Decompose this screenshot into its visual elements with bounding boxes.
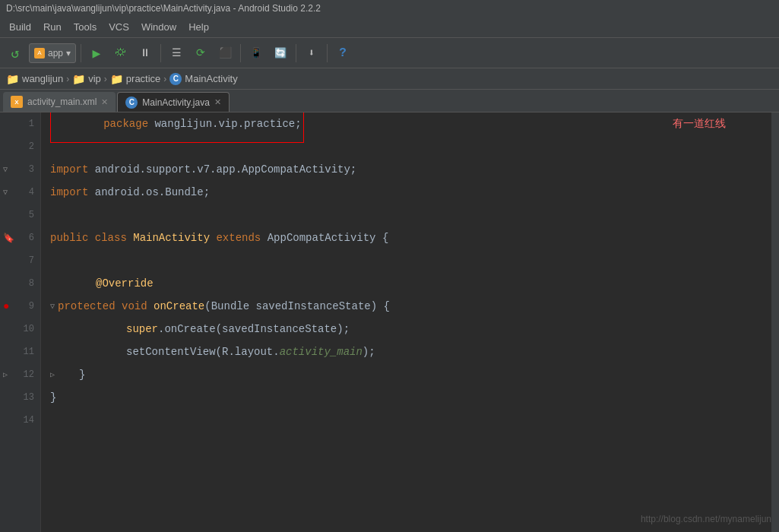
stop-button[interactable]: ⬛ [214, 43, 236, 64]
vertical-scrollbar[interactable] [771, 112, 779, 532]
gutter-line-1: 1 [0, 112, 40, 135]
menu-run[interactable]: Run [37, 20, 68, 34]
line-number-gutter: 1 2 ▽ 3 ▽ 4 5 🔖 6 7 8 [0, 112, 41, 532]
super-oncreate: .onCreate(savedInstanceState); [158, 323, 350, 335]
tab-mainactivity-close[interactable]: ✕ [214, 97, 221, 107]
line-number-5: 5 [29, 210, 34, 220]
line-number-7: 7 [29, 255, 34, 266]
toolbar-separator-5 [327, 44, 328, 62]
line-number-1: 1 [29, 119, 34, 129]
code-line-4: import android.os.Bundle; [50, 181, 771, 204]
closing-brace-12: } [79, 369, 85, 381]
gutter-line-8: 8 [0, 272, 40, 295]
code-line-13: } [50, 386, 771, 409]
menu-bar: Build Run Tools VCS Window Help [0, 17, 779, 38]
download-button[interactable]: ⬇ [301, 43, 322, 64]
setcontentview-call: setContentView(R.layout. [126, 346, 280, 358]
tab-activity-main-xml[interactable]: X activity_main.xml ✕ [3, 92, 116, 112]
tab-activity-main-close[interactable]: ✕ [101, 97, 108, 107]
gutter-line-6: 🔖 6 [0, 226, 40, 249]
fold-icon-3[interactable]: ▽ [3, 165, 8, 174]
tab-mainactivity-java[interactable]: C MainActivity.java ✕ [117, 92, 229, 112]
breadcrumb-vip-label: vip [88, 73, 101, 84]
gutter-line-7: 7 [0, 249, 40, 272]
code-line-7 [50, 249, 771, 272]
fold-icon-12[interactable]: ▷ [3, 370, 8, 379]
toolbar-separator-4 [296, 44, 296, 62]
watermark: http://blog.csdn.net/mynamelijun [641, 514, 771, 524]
gutter-line-10: 10 [0, 318, 40, 340]
keyword-import-3: import [50, 163, 95, 176]
method-name-oncreate: onCreate [154, 300, 204, 312]
code-line-6: public class MainActivity extends AppCom… [50, 226, 771, 249]
import-path-4: android.os.Bundle; [95, 186, 210, 198]
keyword-protected: protected [58, 300, 122, 312]
menu-help[interactable]: Help [182, 20, 215, 34]
gutter-line-4: ▽ 4 [0, 181, 40, 204]
keyword-class-6: class [95, 232, 133, 244]
breakpoint-icon-9[interactable]: ● [3, 300, 9, 312]
code-line-9: ▽ protected void onCreate (Bundle savedI… [50, 295, 771, 318]
menu-tools[interactable]: Tools [68, 20, 103, 34]
package-name: wanglijun.vip.practice; [154, 118, 301, 130]
breadcrumb-wanglijun-label: wanglijun [22, 73, 63, 84]
back-arrow-icon[interactable]: ↺ [5, 43, 26, 64]
super-call: super [126, 323, 158, 335]
gutter-line-14: 14 [0, 409, 40, 432]
breadcrumb-wanglijun[interactable]: 📁 wanglijun [6, 73, 63, 85]
menu-build[interactable]: Build [3, 20, 37, 34]
run-button[interactable]: ▶ [86, 43, 107, 64]
app-selector-label: app [48, 48, 63, 59]
line-number-11: 11 [24, 347, 34, 357]
menu-vcs[interactable]: VCS [103, 20, 135, 34]
gutter-line-9: ● 9 [0, 295, 40, 318]
toolbar: ↺ A app ▾ ▶ ⛮ ⏸ ☰ ⟳ ⬛ 📱 🔄 ⬇ ? [0, 38, 779, 68]
class-icon: C [169, 73, 182, 85]
line-number-8: 8 [29, 278, 34, 289]
dropdown-arrow-icon: ▾ [66, 48, 71, 59]
fold-icon-inline-12[interactable]: ▷ [50, 370, 55, 379]
title-bar: D:\src\main\java\wanglijun\vip\practice\… [0, 0, 779, 17]
code-line-12: ▷ } [50, 363, 771, 386]
tab-bar: X activity_main.xml ✕ C MainActivity.jav… [0, 90, 779, 112]
fold-icon-4[interactable]: ▽ [3, 188, 8, 197]
avd-button[interactable]: 📱 [245, 43, 267, 64]
breadcrumb-vip[interactable]: 📁 vip [72, 73, 101, 85]
tab-mainactivity-label: MainActivity.java [142, 97, 209, 108]
editor-area: 1 2 ▽ 3 ▽ 4 5 🔖 6 7 8 [0, 112, 779, 532]
gutter-line-13: 13 [0, 386, 40, 409]
pause-button[interactable]: ⏸ [135, 43, 156, 64]
breadcrumb-practice[interactable]: 📁 practice [110, 73, 161, 85]
gutter-line-2: 2 [0, 135, 40, 158]
line-number-2: 2 [29, 141, 34, 152]
xml-file-icon: X [11, 96, 23, 108]
gutter-line-11: 11 [0, 340, 40, 363]
breadcrumb-mainactivity-label: MainActivity [185, 73, 237, 84]
breadcrumb-bar: 📁 wanglijun › 📁 vip › 📁 practice › C Mai… [0, 68, 779, 90]
fold-icon-inline-9[interactable]: ▽ [50, 302, 55, 311]
menu-window[interactable]: Window [135, 20, 182, 34]
annotation-override: @Override [96, 277, 154, 290]
keyword-import-4: import [50, 186, 95, 198]
line-number-10: 10 [24, 324, 34, 334]
superclass-name: AppCompatActivity { [268, 232, 389, 244]
import-path-3: android.support.v7.app.AppCompatActivity… [95, 163, 356, 176]
sync-button[interactable]: ☰ [166, 43, 187, 64]
sdk-button[interactable]: 🔄 [270, 43, 291, 64]
app-selector[interactable]: A app ▾ [29, 43, 76, 63]
class-name-mainactivity: MainActivity [133, 232, 216, 244]
code-line-1: package wanglijun.vip.practice; 有一道红线 [50, 112, 771, 135]
line-number-12: 12 [24, 369, 34, 380]
breadcrumb-sep-1: › [66, 74, 69, 84]
code-content[interactable]: package wanglijun.vip.practice; 有一道红线 im… [41, 112, 771, 532]
layout-name: activity_main [280, 346, 363, 358]
breadcrumb-mainactivity[interactable]: C MainActivity [169, 73, 237, 85]
breadcrumb-sep-3: › [163, 74, 166, 84]
debug-button[interactable]: ⛮ [110, 43, 131, 64]
bookmark-icon-6[interactable]: 🔖 [3, 233, 14, 244]
refresh-button[interactable]: ⟳ [190, 43, 211, 64]
line-number-14: 14 [24, 415, 34, 426]
setcontentview-close: ); [363, 346, 375, 358]
breadcrumb-sep-2: › [104, 74, 107, 84]
help-button[interactable]: ? [332, 43, 353, 64]
